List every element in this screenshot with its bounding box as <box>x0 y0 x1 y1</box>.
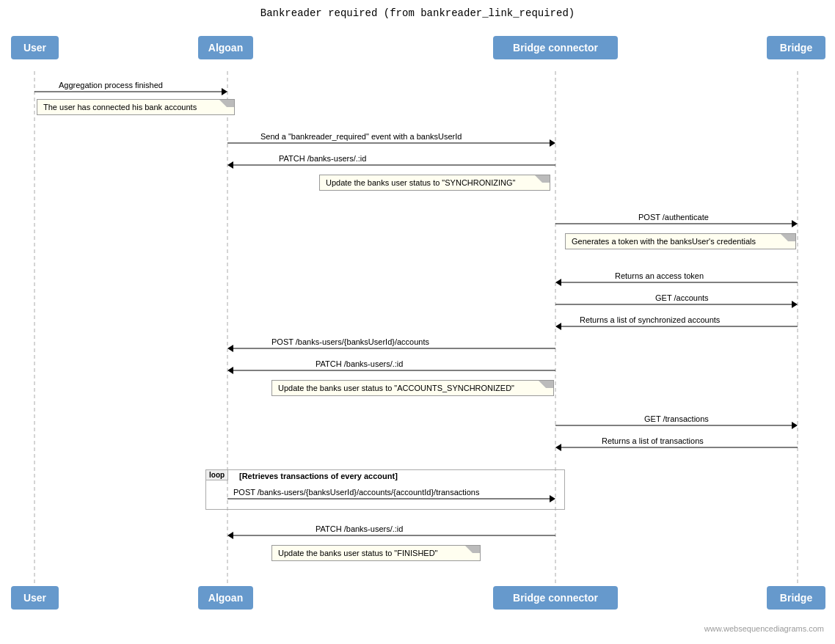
svg-marker-11 <box>227 161 233 169</box>
svg-text:Send a "bankreader_required" e: Send a "bankreader_required" event with … <box>260 132 462 141</box>
loop-condition: [Retrieves transactions of every account… <box>239 472 398 480</box>
loop-label: loop <box>205 469 228 480</box>
participant-bridge-connector-top: Bridge connector <box>493 36 618 59</box>
participant-algoan-bottom: Algoan <box>198 586 253 610</box>
watermark: www.websequencediagrams.com <box>704 624 824 633</box>
svg-text:Returns a list of synchronized: Returns a list of synchronized accounts <box>580 315 721 324</box>
svg-marker-23 <box>555 323 561 330</box>
svg-text:Returns an access token: Returns an access token <box>615 271 704 280</box>
note-generates-token: Generates a token with the banksUser's c… <box>565 233 796 249</box>
svg-text:Returns a list of transactions: Returns a list of transactions <box>602 436 704 445</box>
diagram-container: Bankreader required (from bankreader_lin… <box>0 0 835 644</box>
participant-bridge-bottom: Bridge <box>767 586 825 610</box>
svg-text:GET /accounts: GET /accounts <box>655 293 709 302</box>
svg-marker-32 <box>792 422 798 429</box>
note-finished: Update the banks user status to "FINISHE… <box>271 545 481 561</box>
svg-text:GET /transactions: GET /transactions <box>644 414 709 423</box>
svg-text:POST /authenticate: POST /authenticate <box>638 213 709 222</box>
svg-marker-26 <box>227 345 233 352</box>
svg-marker-20 <box>792 301 798 308</box>
note-synchronizing: Update the banks user status to "SYNCHRO… <box>319 175 550 191</box>
svg-text:Aggregation process finished: Aggregation process finished <box>59 81 163 89</box>
svg-marker-41 <box>227 532 233 539</box>
svg-marker-29 <box>227 367 233 374</box>
svg-text:PATCH /banks-users/.:id: PATCH /banks-users/.:id <box>316 359 403 368</box>
participant-user-bottom: User <box>11 586 59 610</box>
diagram-title: Bankreader required (from bankreader_lin… <box>0 0 835 19</box>
loop-box: loop [Retrieves transactions of every ac… <box>205 469 565 510</box>
svg-text:PATCH /banks-users/.:id: PATCH /banks-users/.:id <box>316 524 403 533</box>
svg-marker-17 <box>555 279 561 286</box>
participant-bridge-connector-bottom: Bridge connector <box>493 586 618 610</box>
note-user-connected: The user has connected his bank accounts <box>37 99 235 115</box>
participant-bridge-top: Bridge <box>767 36 825 59</box>
svg-marker-14 <box>792 220 798 227</box>
svg-text:POST /banks-users/{banksUserId: POST /banks-users/{banksUserId}/accounts <box>271 337 430 346</box>
svg-marker-8 <box>550 139 555 147</box>
svg-marker-35 <box>555 444 561 451</box>
note-accounts-synchronized: Update the banks user status to "ACCOUNT… <box>271 380 554 396</box>
participant-user-top: User <box>11 36 59 59</box>
svg-text:PATCH /banks-users/.:id: PATCH /banks-users/.:id <box>279 154 366 163</box>
participant-algoan-top: Algoan <box>198 36 253 59</box>
svg-marker-5 <box>222 88 227 95</box>
